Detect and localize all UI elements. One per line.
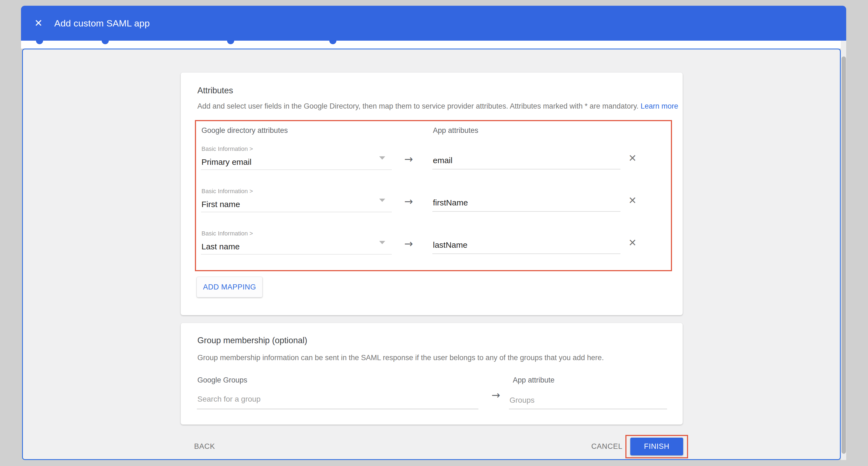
input-underline (432, 211, 620, 212)
group-membership-title: Group membership (optional) (197, 336, 307, 345)
remove-mapping-icon[interactable]: ✕ (628, 195, 637, 206)
group-membership-card: Group membership (optional) Group member… (181, 323, 683, 425)
groups-app-attribute-input[interactable] (509, 394, 667, 409)
close-icon[interactable]: ✕ (33, 18, 44, 28)
chevron-down-icon[interactable] (379, 241, 385, 244)
arrow-right-icon: → (404, 195, 413, 207)
group-membership-description: Group membership information can be sent… (197, 354, 604, 362)
arrow-right-icon: → (404, 238, 413, 250)
select-underline (201, 169, 392, 170)
scrollbar-thumb[interactable] (842, 56, 846, 454)
app-attribute-input[interactable]: firstName (433, 198, 468, 207)
app-attribute-input[interactable]: lastName (433, 240, 468, 250)
directory-attribute-select[interactable]: First name (202, 200, 240, 209)
directory-attribute-category: Basic Information > (202, 145, 253, 152)
attributes-title: Attributes (197, 86, 233, 95)
remove-mapping-icon[interactable]: ✕ (628, 237, 637, 248)
attributes-card: Attributes Add and select user fields in… (181, 72, 683, 315)
stepper-dot (36, 37, 43, 44)
directory-attributes-column-header: Google directory attributes (202, 126, 288, 135)
app-attribute-label: App attribute (513, 376, 555, 384)
content-panel: Attributes Add and select user fields in… (22, 49, 841, 460)
arrow-right-icon: → (404, 153, 413, 165)
stepper-dot (227, 37, 234, 44)
select-underline (201, 212, 392, 212)
header-underlay (21, 41, 846, 49)
directory-attribute-select[interactable]: Last name (202, 242, 240, 251)
stepper-dot (329, 37, 336, 44)
search-group-input[interactable] (197, 391, 478, 409)
mapping-row: Basic Information > First name → firstNa… (181, 188, 683, 229)
app-attributes-column-header: App attributes (433, 126, 478, 135)
dialog-title: Add custom SAML app (54, 18, 150, 29)
attributes-description: Add and select user fields in the Google… (197, 102, 678, 111)
chevron-down-icon[interactable] (379, 199, 385, 202)
input-underline (432, 254, 620, 254)
attributes-description-text: Add and select user fields in the Google… (197, 102, 639, 110)
directory-attribute-category: Basic Information > (202, 188, 253, 195)
google-groups-label: Google Groups (197, 376, 247, 384)
dialog-header: ✕ Add custom SAML app (21, 6, 846, 41)
mapping-row: Basic Information > Last name → lastName… (181, 230, 683, 271)
input-underline (432, 169, 620, 169)
select-underline (201, 254, 392, 255)
add-mapping-button[interactable]: ADD MAPPING (196, 276, 262, 297)
back-button[interactable]: BACK (194, 442, 215, 451)
chevron-down-icon[interactable] (379, 156, 385, 159)
app-attribute-input[interactable]: email (433, 156, 453, 165)
arrow-right-icon: → (492, 389, 500, 401)
remove-mapping-icon[interactable]: ✕ (628, 152, 637, 164)
cancel-button[interactable]: CANCEL (591, 442, 622, 451)
stepper-dot (102, 37, 109, 44)
finish-button[interactable]: FINISH (630, 438, 683, 455)
mapping-row: Basic Information > Primary email → emai… (181, 145, 683, 186)
learn-more-link[interactable]: Learn more (641, 102, 678, 110)
directory-attribute-select[interactable]: Primary email (202, 157, 251, 167)
directory-attribute-category: Basic Information > (202, 230, 253, 237)
